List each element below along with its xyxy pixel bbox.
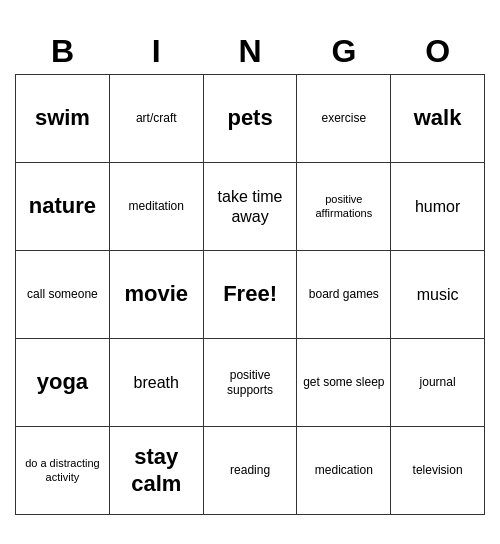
bingo-cell-1-3: positive affirmations [297,163,391,251]
bingo-cell-0-2: pets [203,75,297,163]
bingo-cell-1-0: nature [16,163,110,251]
header-letter-O: O [391,29,485,75]
header-letter-I: I [109,29,203,75]
header-letter-G: G [297,29,391,75]
bingo-cell-2-3: board games [297,251,391,339]
header-letter-N: N [203,29,297,75]
bingo-row-4: do a distracting activitystay calmreadin… [16,427,485,515]
bingo-cell-0-0: swim [16,75,110,163]
bingo-cell-0-4: walk [391,75,485,163]
bingo-cell-2-1: movie [109,251,203,339]
bingo-row-2: call someonemovieFree!board gamesmusic [16,251,485,339]
bingo-cell-3-3: get some sleep [297,339,391,427]
bingo-cell-0-3: exercise [297,75,391,163]
bingo-row-1: naturemeditationtake time awaypositive a… [16,163,485,251]
bingo-cell-0-1: art/craft [109,75,203,163]
bingo-cell-4-4: television [391,427,485,515]
bingo-row-3: yogabreathpositive supportsget some slee… [16,339,485,427]
bingo-cell-2-0: call someone [16,251,110,339]
bingo-cell-4-2: reading [203,427,297,515]
bingo-cell-1-4: humor [391,163,485,251]
bingo-card: BINGO swimart/craftpetsexercisewalknatur… [15,29,485,515]
bingo-cell-2-2: Free! [203,251,297,339]
bingo-cell-4-3: medication [297,427,391,515]
header-letter-B: B [16,29,110,75]
bingo-cell-4-1: stay calm [109,427,203,515]
bingo-cell-3-1: breath [109,339,203,427]
bingo-cell-3-2: positive supports [203,339,297,427]
bingo-cell-1-1: meditation [109,163,203,251]
bingo-row-0: swimart/craftpetsexercisewalk [16,75,485,163]
header-row: BINGO [16,29,485,75]
bingo-cell-4-0: do a distracting activity [16,427,110,515]
bingo-cell-2-4: music [391,251,485,339]
bingo-cell-3-0: yoga [16,339,110,427]
bingo-cell-1-2: take time away [203,163,297,251]
bingo-cell-3-4: journal [391,339,485,427]
